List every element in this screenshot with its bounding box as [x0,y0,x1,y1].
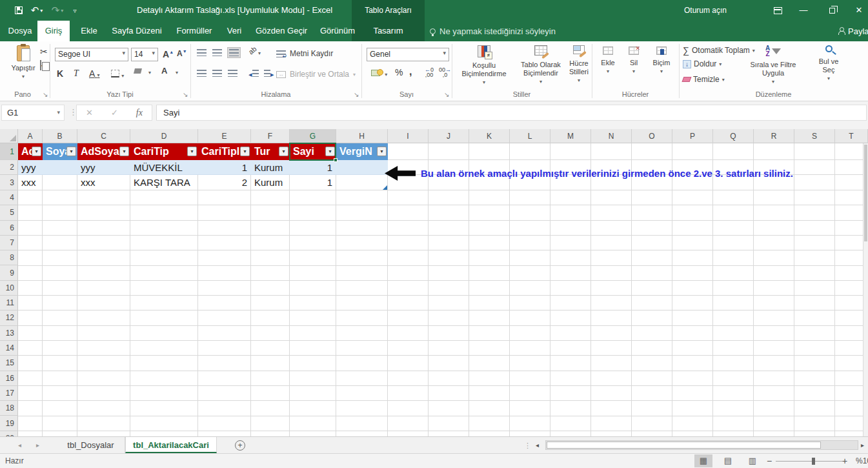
confirm-entry-icon[interactable]: ✓ [111,108,118,117]
cell-c2[interactable]: yyy [77,160,130,175]
cancel-entry-icon[interactable]: ✕ [86,108,93,117]
row-header-16[interactable]: 16 [0,371,18,386]
zoom-slider-track[interactable] [776,461,844,462]
tab-giris[interactable]: Giriş [37,21,70,41]
sheet-tab-dosyalar[interactable]: tbl_Dosyalar [57,437,125,453]
cut-button[interactable]: ✂ [40,46,48,57]
grow-font-button[interactable]: A▲ [163,49,174,59]
row-header-18[interactable]: 18 [0,401,18,416]
row-header-5[interactable]: 5 [0,205,18,220]
increase-indent-button[interactable]: ▸ [264,70,274,79]
cell-styles-button[interactable]: Hücre Stilleri ▾ [564,45,594,85]
tab-tasarim[interactable]: Tasarım [352,21,425,41]
tab-ekle[interactable]: Ekle [75,21,103,41]
cell-a3[interactable]: xxx [18,175,43,190]
name-box-arrow[interactable]: ▾ [57,105,60,120]
column-header-E[interactable]: E [198,129,251,143]
filter-button-b[interactable]: ▾ [66,147,76,156]
fill-color-button[interactable] [134,68,141,74]
align-center-button[interactable] [212,70,222,77]
select-all-corner[interactable] [0,129,18,143]
find-select-button[interactable]: Bul ve Seç ▾ [811,45,847,83]
share-button[interactable]: Paylaş [838,21,868,41]
customize-qat-button[interactable]: ▿ [68,0,81,21]
name-box[interactable]: G1 ▾ [1,105,65,121]
font-dialog-launcher[interactable]: ↘ [183,91,188,98]
align-right-button[interactable] [228,70,237,77]
bold-button[interactable]: K [57,68,63,79]
row-header-13[interactable]: 13 [0,326,18,341]
cell-g3[interactable]: 1 [290,175,336,190]
font-color-arrow[interactable]: ▾ [176,70,178,76]
conditional-formatting-button[interactable]: Koşullu Biçimlendirme ▾ [456,45,512,86]
column-header-F[interactable]: F [251,129,290,143]
filter-button-c[interactable]: ▾ [119,147,129,156]
table-header-f[interactable]: Tur▾ [251,143,290,160]
table-header-c[interactable]: AdSoyad▾ [77,143,130,160]
shrink-font-button[interactable]: A▼ [177,49,187,58]
underline-button[interactable]: A ▾ [89,68,99,79]
cell-d2[interactable]: MÜVEKKİL [130,160,198,175]
align-middle-button[interactable] [212,49,222,56]
row-header-6[interactable]: 6 [0,221,18,236]
number-format-combo[interactable]: Genel▾ [367,48,449,61]
orientation-button[interactable]: ab [247,45,258,56]
sort-filter-button[interactable]: AZ Sırala ve Filtre Uygula ▾ [743,45,803,86]
row-header-15[interactable]: 15 [0,356,18,371]
column-header-I[interactable]: I [388,129,429,143]
sheet-nav-left[interactable]: ◂ [18,437,21,454]
undo-button[interactable]: ↶▾ [27,0,46,21]
save-button[interactable] [10,0,27,21]
row-header-8[interactable]: 8 [0,250,18,265]
row-header-17[interactable]: 17 [0,386,18,401]
column-header-C[interactable]: C [77,129,130,143]
sheet-grid[interactable]: Bu alan örnek amaçlı yapılmıştır veriler… [0,129,868,436]
row-header-4[interactable]: 4 [0,190,18,205]
cell-c3[interactable]: xxx [77,175,130,190]
tab-gozden-gecir[interactable]: Gözden Geçir [250,21,312,41]
horizontal-scrollbar[interactable] [545,440,858,450]
cell-a2[interactable]: yyy [18,160,43,175]
column-header-D[interactable]: D [130,129,198,143]
insert-function-icon[interactable]: fx [136,108,143,118]
row-header-14[interactable]: 14 [0,341,18,356]
column-header-T[interactable]: T [835,129,868,143]
row-header-9[interactable]: 9 [0,266,18,281]
table-header-e[interactable]: CariTipI▾ [198,143,251,160]
column-header-A[interactable]: A [18,129,43,143]
new-sheet-button[interactable]: + [235,440,245,451]
comma-style-button[interactable]: , [409,66,412,77]
column-header-L[interactable]: L [510,129,550,143]
column-header-Q[interactable]: Q [713,129,754,143]
cell-e3[interactable]: 2 [198,175,251,190]
formula-input[interactable]: Sayi [156,105,867,121]
sign-in-link[interactable]: Oturum açın [684,0,727,21]
row-header-11[interactable]: 11 [0,296,18,310]
ribbon-display-options-button[interactable] [767,0,789,21]
sheet-nav-right[interactable]: ▸ [36,437,39,454]
cell-f2[interactable]: Kurum [251,160,290,175]
row-header-3[interactable]: 3 [0,175,18,190]
fill-handle[interactable] [334,158,338,162]
align-left-button[interactable] [197,70,207,77]
row-header-19[interactable]: 19 [0,416,18,431]
column-header-M[interactable]: M [550,129,591,143]
minimize-button[interactable]: — [792,0,814,21]
cell-f3[interactable]: Kurum [251,175,290,190]
cell-d3[interactable]: KARŞI TARA [130,175,198,190]
column-header-S[interactable]: S [794,129,835,143]
tab-dosya[interactable]: Dosya [3,21,37,41]
zoom-in-button[interactable]: + [842,454,847,468]
align-dialog-launcher[interactable]: ↘ [354,91,359,98]
copy-button[interactable]: ▾ [40,61,44,70]
decrease-decimal-button[interactable]: 00→,0 [439,67,451,77]
orientation-arrow[interactable]: ▾ [258,50,261,56]
tab-sayfa-duzeni[interactable]: Sayfa Düzeni [106,21,168,41]
normal-view-button[interactable]: ▦ [694,454,712,467]
format-as-table-button[interactable]: Tablo Olarak Biçimlendir ▾ [515,45,567,86]
font-size-combo[interactable]: 14▾ [131,48,158,61]
insert-cells-button[interactable]: Ekle ▾ [596,46,620,76]
column-header-B[interactable]: B [43,129,77,143]
delete-cells-button[interactable]: Sil ▾ [622,46,645,76]
font-family-combo[interactable]: Segoe UI▾ [55,48,128,61]
